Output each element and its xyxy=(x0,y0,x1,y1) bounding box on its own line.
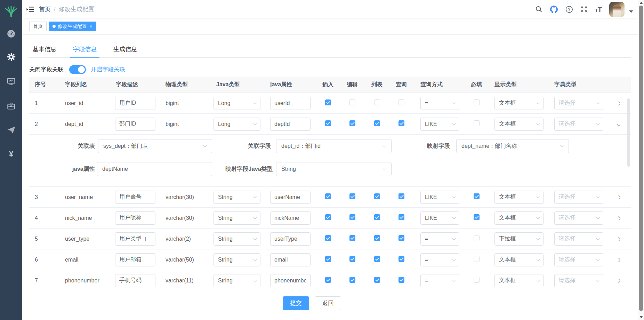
query-checkbox[interactable] xyxy=(399,120,404,126)
query-checkbox[interactable] xyxy=(399,99,404,105)
java-field-input[interactable] xyxy=(270,118,311,131)
display-type-select[interactable]: 文本框 xyxy=(494,274,544,287)
sidebar-item-system[interactable] xyxy=(0,52,22,62)
dict-type-select[interactable]: 请选择 xyxy=(554,191,603,204)
java-type-select[interactable]: Long xyxy=(214,97,260,110)
java-type-select[interactable]: String xyxy=(214,191,260,204)
scroll-down-arrow[interactable] xyxy=(639,316,643,318)
edit-checkbox[interactable] xyxy=(349,99,355,105)
relation-table-select[interactable]: sys_dept：部门表 xyxy=(98,139,212,153)
insert-checkbox[interactable] xyxy=(325,99,331,105)
list-checkbox[interactable] xyxy=(374,256,380,262)
list-checkbox[interactable] xyxy=(374,277,380,283)
list-checkbox[interactable] xyxy=(374,120,380,126)
tab-gen-info[interactable]: 生成信息 xyxy=(105,41,145,57)
dict-type-select[interactable]: 请选择 xyxy=(554,97,603,110)
user-avatar[interactable] xyxy=(609,2,625,17)
java-field-input[interactable] xyxy=(270,211,311,225)
required-checkbox[interactable] xyxy=(474,277,480,283)
description-input[interactable] xyxy=(115,118,155,131)
query-mode-select[interactable]: LIKE xyxy=(420,118,459,131)
tag-home[interactable]: 首页 xyxy=(29,22,47,31)
query-checkbox[interactable] xyxy=(399,193,404,199)
sidebar-item-monitor[interactable] xyxy=(0,77,22,86)
search-icon[interactable] xyxy=(535,6,542,13)
description-input[interactable] xyxy=(115,253,155,266)
back-button[interactable]: 返回 xyxy=(315,296,341,310)
expand-row-icon[interactable] xyxy=(617,101,620,106)
expand-row-icon[interactable] xyxy=(617,216,620,221)
edit-checkbox[interactable] xyxy=(349,277,355,283)
expand-row-icon[interactable] xyxy=(617,195,620,200)
tab-basic-info[interactable]: 基本信息 xyxy=(29,41,65,57)
sidebar-item-dashboard[interactable] xyxy=(0,29,22,38)
edit-checkbox[interactable] xyxy=(349,256,355,262)
java-field-input[interactable] xyxy=(270,253,311,266)
insert-checkbox[interactable] xyxy=(325,214,331,220)
dict-type-select[interactable]: 请选择 xyxy=(554,118,603,131)
java-type-select[interactable]: Long xyxy=(214,118,260,131)
sidebar-item-link[interactable] xyxy=(0,125,22,135)
mapping-java-type-select[interactable]: String xyxy=(276,162,392,176)
sidebar-item-tool[interactable] xyxy=(0,102,22,111)
query-checkbox[interactable] xyxy=(399,277,404,283)
required-checkbox[interactable] xyxy=(474,214,480,220)
insert-checkbox[interactable] xyxy=(325,277,331,283)
scrollbar-thumb[interactable] xyxy=(639,6,643,311)
app-logo[interactable] xyxy=(0,0,22,22)
edit-checkbox[interactable] xyxy=(349,235,355,241)
query-mode-select[interactable]: = xyxy=(420,97,459,110)
java-field-input[interactable] xyxy=(270,274,311,287)
query-mode-select[interactable]: LIKE xyxy=(420,191,459,204)
query-checkbox[interactable] xyxy=(399,256,404,262)
browser-scrollbar[interactable] xyxy=(638,0,644,320)
required-checkbox[interactable] xyxy=(474,193,480,199)
display-type-select[interactable]: 文本框 xyxy=(494,97,544,110)
expand-row-icon[interactable] xyxy=(617,258,620,262)
mapping-field-select[interactable]: dept_name：部门名称 xyxy=(456,139,569,153)
expand-row-icon[interactable] xyxy=(617,279,620,283)
display-type-select[interactable]: 下拉框 xyxy=(494,232,544,246)
description-input[interactable] xyxy=(115,211,155,225)
display-type-select[interactable]: 文本框 xyxy=(494,253,544,266)
submit-button[interactable]: 提交 xyxy=(283,296,309,310)
insert-checkbox[interactable] xyxy=(325,120,331,126)
tag-gen-config[interactable]: 修改生成配置 × xyxy=(49,22,96,31)
expand-row-icon[interactable] xyxy=(617,237,620,241)
scroll-up-arrow[interactable] xyxy=(639,2,643,4)
relation-field-select[interactable]: dept_id：部门id xyxy=(276,139,392,153)
edit-checkbox[interactable] xyxy=(349,193,355,199)
required-checkbox[interactable] xyxy=(474,120,480,126)
list-checkbox[interactable] xyxy=(374,235,380,241)
description-input[interactable] xyxy=(115,232,155,246)
query-checkbox[interactable] xyxy=(399,214,404,220)
dropdown-caret[interactable] xyxy=(629,10,633,13)
dict-type-select[interactable]: 请选择 xyxy=(554,253,603,266)
java-field-input[interactable] xyxy=(270,97,311,110)
query-mode-select[interactable]: = xyxy=(420,274,459,287)
java-type-select[interactable]: String xyxy=(214,232,260,246)
java-type-select[interactable]: String xyxy=(214,211,260,225)
help-icon[interactable]: ? xyxy=(565,6,573,13)
dict-type-select[interactable]: 请选择 xyxy=(554,274,603,287)
relation-on-label[interactable]: 开启字段关联 xyxy=(91,66,125,73)
table-scrollbar-thumb[interactable] xyxy=(627,98,630,167)
list-checkbox[interactable] xyxy=(374,193,380,199)
description-input[interactable] xyxy=(115,191,155,204)
java-field-input[interactable] xyxy=(270,191,311,204)
java-type-select[interactable]: String xyxy=(214,253,260,266)
query-mode-select[interactable]: LIKE xyxy=(420,211,459,225)
insert-checkbox[interactable] xyxy=(325,256,331,262)
display-type-select[interactable]: 文本框 xyxy=(494,191,544,204)
insert-checkbox[interactable] xyxy=(325,235,331,241)
dict-type-select[interactable]: 请选择 xyxy=(554,211,603,225)
sidebar-item-pay[interactable]: ¥ xyxy=(0,150,22,159)
mapping-java-field-input[interactable] xyxy=(97,162,212,176)
query-mode-select[interactable]: = xyxy=(420,232,459,246)
description-input[interactable] xyxy=(115,274,155,287)
query-checkbox[interactable] xyxy=(399,235,404,241)
collapse-menu-icon[interactable] xyxy=(22,0,39,18)
required-checkbox[interactable] xyxy=(474,256,480,262)
description-input[interactable] xyxy=(115,97,155,110)
expand-row-icon[interactable] xyxy=(617,122,620,127)
